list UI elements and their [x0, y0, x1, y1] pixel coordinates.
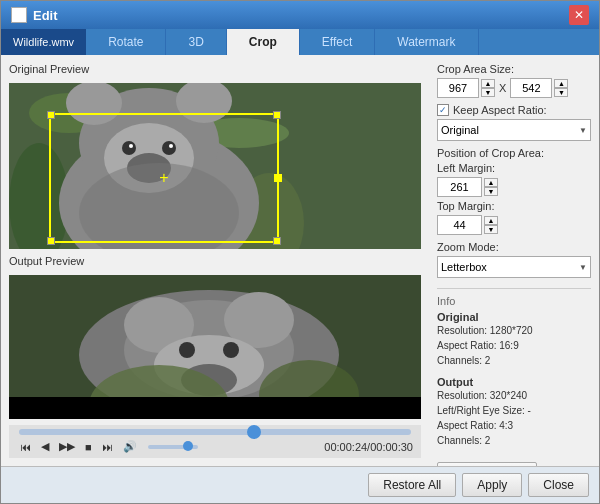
aspect-ratio-group: Keep Aspect Ratio: Original ▼ — [437, 104, 591, 141]
height-spin-down[interactable]: ▼ — [554, 88, 568, 97]
aspect-arrow-icon: ▼ — [579, 126, 587, 135]
crop-handle-bl[interactable] — [47, 237, 55, 245]
prev-frame-button[interactable]: ◀ — [38, 439, 52, 454]
size-separator: X — [499, 82, 506, 94]
left-margin-label: Left Margin: — [437, 162, 495, 174]
crop-handle-tl[interactable] — [47, 111, 55, 119]
playback-bar: ⏮ ◀ ▶▶ ■ ⏭ 🔊 00:00:24/00:00:30 — [9, 425, 421, 458]
close-button[interactable]: Close — [528, 473, 589, 497]
crop-area-size-label: Crop Area Size: — [437, 63, 591, 75]
keep-aspect-checkbox[interactable] — [437, 104, 449, 116]
width-spin-up[interactable]: ▲ — [481, 79, 495, 88]
left-margin-input[interactable] — [437, 177, 482, 197]
title-bar: Edit ✕ — [1, 1, 599, 29]
tab-rotate[interactable]: Rotate — [86, 29, 166, 55]
tab-crop[interactable]: Crop — [227, 29, 300, 55]
original-resolution: Resolution: 1280*720 — [437, 323, 591, 338]
top-margin-spin-down[interactable]: ▼ — [484, 225, 498, 234]
tab-bar: Wildlife.wmv Rotate 3D Crop Effect Water… — [1, 29, 599, 55]
top-margin-input[interactable] — [437, 215, 482, 235]
left-panel: Original Preview — [1, 55, 429, 466]
info-title: Info — [437, 295, 591, 307]
crop-handle-right[interactable] — [274, 174, 282, 182]
left-margin-row: Left Margin: — [437, 162, 591, 174]
output-left-right: Left/Right Eye Size: - — [437, 403, 591, 418]
width-input-row: ▲ ▼ — [437, 78, 495, 98]
aspect-value: Original — [441, 124, 479, 136]
output-preview-label: Output Preview — [9, 255, 421, 267]
controls-row: ⏮ ◀ ▶▶ ■ ⏭ 🔊 00:00:24/00:00:30 — [17, 439, 413, 454]
crop-size-inputs: ▲ ▼ X ▲ ▼ — [437, 78, 591, 98]
right-panel: Crop Area Size: ▲ ▼ X ▲ ▼ — [429, 55, 599, 466]
volume-bar[interactable] — [148, 445, 198, 449]
content-area: Original Preview — [1, 55, 599, 466]
restore-all-button[interactable]: Restore All — [368, 473, 456, 497]
top-margin-spin-up[interactable]: ▲ — [484, 216, 498, 225]
bottom-bar: Restore All Apply Close — [1, 466, 599, 503]
time-display: 00:00:24/00:00:30 — [324, 441, 413, 453]
top-margin-label: Top Margin: — [437, 200, 494, 212]
window-title: Edit — [33, 8, 58, 23]
original-channels: Channels: 2 — [437, 353, 591, 368]
width-input[interactable] — [437, 78, 479, 98]
restore-defaults-area: Restore Defaults — [437, 454, 591, 466]
crop-handle-br[interactable] — [273, 237, 281, 245]
svg-point-23 — [179, 342, 195, 358]
stop-button[interactable]: ■ — [82, 440, 95, 454]
crop-overlay[interactable]: + — [49, 113, 279, 243]
output-preview — [9, 275, 421, 419]
letterbox-bottom — [9, 397, 421, 419]
file-tab[interactable]: Wildlife.wmv — [1, 29, 86, 55]
keep-aspect-label: Keep Aspect Ratio: — [453, 104, 547, 116]
apply-button[interactable]: Apply — [462, 473, 522, 497]
height-spinner: ▲ ▼ — [554, 79, 568, 97]
original-preview-label: Original Preview — [9, 63, 421, 75]
output-aspect: Aspect Ratio: 4:3 — [437, 418, 591, 433]
output-channels: Channels: 2 — [437, 433, 591, 448]
skip-back-button[interactable]: ⏮ — [17, 440, 34, 454]
tab-3d[interactable]: 3D — [166, 29, 226, 55]
edit-window: Edit ✕ Wildlife.wmv Rotate 3D Crop Effec… — [0, 0, 600, 504]
seek-bar-container — [17, 429, 413, 435]
height-spin-up[interactable]: ▲ — [554, 79, 568, 88]
close-window-button[interactable]: ✕ — [569, 5, 589, 25]
left-margin-input-row: ▲ ▼ — [437, 177, 591, 197]
original-aspect: Aspect Ratio: 16:9 — [437, 338, 591, 353]
left-margin-spin-down[interactable]: ▼ — [484, 187, 498, 196]
zoom-mode-value: Letterbox — [441, 261, 487, 273]
app-icon — [11, 7, 27, 23]
position-group: Position of Crop Area: Left Margin: ▲ ▼ … — [437, 147, 591, 235]
tab-watermark[interactable]: Watermark — [375, 29, 478, 55]
zoom-mode-arrow-icon: ▼ — [579, 263, 587, 272]
output-resolution: Resolution: 320*240 — [437, 388, 591, 403]
keep-aspect-row: Keep Aspect Ratio: — [437, 104, 591, 116]
original-image: + — [9, 83, 421, 249]
height-input-row: ▲ ▼ — [510, 78, 568, 98]
zoom-mode-group: Zoom Mode: Letterbox ▼ — [437, 241, 591, 278]
svg-point-24 — [223, 342, 239, 358]
top-margin-spinner: ▲ ▼ — [484, 216, 498, 234]
top-margin-input-row: ▲ ▼ — [437, 215, 591, 235]
play-button[interactable]: ▶▶ — [56, 439, 78, 454]
original-group-label: Original — [437, 311, 591, 323]
original-preview: + — [9, 83, 421, 249]
output-group-label: Output — [437, 376, 591, 388]
skip-forward-button[interactable]: ⏭ — [99, 440, 116, 454]
title-bar-left: Edit — [11, 7, 58, 23]
width-spinner: ▲ ▼ — [481, 79, 495, 97]
seek-bar[interactable] — [19, 429, 411, 435]
crop-area-size-group: Crop Area Size: ▲ ▼ X ▲ ▼ — [437, 63, 591, 98]
position-label: Position of Crop Area: — [437, 147, 591, 159]
top-margin-row: Top Margin: — [437, 200, 591, 212]
volume-icon[interactable]: 🔊 — [120, 439, 140, 454]
crop-handle-tr[interactable] — [273, 111, 281, 119]
tab-effect[interactable]: Effect — [300, 29, 375, 55]
height-input[interactable] — [510, 78, 552, 98]
volume-thumb[interactable] — [183, 441, 193, 451]
aspect-select[interactable]: Original ▼ — [437, 119, 591, 141]
left-margin-spin-up[interactable]: ▲ — [484, 178, 498, 187]
zoom-mode-select[interactable]: Letterbox ▼ — [437, 256, 591, 278]
left-margin-spinner: ▲ ▼ — [484, 178, 498, 196]
width-spin-down[interactable]: ▼ — [481, 88, 495, 97]
seek-thumb[interactable] — [247, 425, 261, 439]
